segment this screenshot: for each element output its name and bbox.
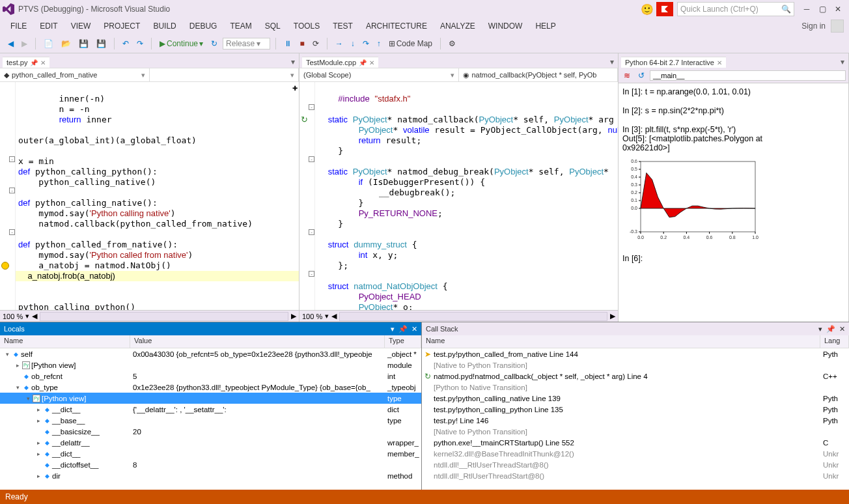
menu-team[interactable]: TEAM — [225, 20, 257, 32]
tab-dropdown-icon[interactable]: ▾ — [606, 56, 618, 68]
menu-test[interactable]: TEST — [327, 20, 358, 32]
close-icon[interactable]: ✕ — [839, 325, 845, 333]
nav-scope-left[interactable]: ◆ python_called_from_native▾ — [0, 68, 150, 81]
zoom-level[interactable]: 100 % — [302, 313, 322, 320]
callstack-row[interactable]: ntdll.dll!__RtlUserThreadStart@8()Unkr — [422, 459, 849, 470]
col-value[interactable]: Value — [130, 335, 385, 348]
callstack-row[interactable]: ➤test.py!python_called_from_native Line … — [422, 348, 849, 359]
avatar[interactable] — [831, 20, 844, 33]
tab-interactive[interactable]: Python 64-bit 2.7 Interactive ✕ — [621, 57, 726, 68]
locals-grid[interactable]: ▾◆self0x00a43030 {ob_refcnt=5 ob_type=0x… — [0, 348, 421, 490]
callstack-row[interactable]: [Python to Native Transition] — [422, 382, 849, 393]
undo-button[interactable]: ↶ — [120, 38, 132, 49]
hscrollbar[interactable] — [40, 312, 288, 321]
step-into-button[interactable]: ↓ — [348, 38, 357, 49]
step-over-button[interactable]: ↷ — [360, 38, 372, 49]
pin-icon[interactable]: 📌 — [398, 325, 408, 333]
clear-icon[interactable]: ↺ — [635, 70, 647, 81]
dropdown-icon[interactable]: ▾ — [391, 325, 395, 333]
nav-back-button[interactable]: ◀ — [5, 38, 16, 49]
locals-row[interactable]: ▸◆__base__type — [0, 415, 421, 426]
locals-row[interactable]: ▸◆__dict__{'__delattr__': , '__setattr__… — [0, 404, 421, 415]
pin-icon[interactable]: 📌 — [359, 59, 367, 66]
close-icon[interactable]: ✕ — [411, 325, 417, 333]
signin-link[interactable]: Sign in — [801, 21, 826, 31]
tab-dropdown-icon[interactable]: ▾ — [287, 56, 299, 68]
close-button[interactable]: ✕ — [833, 5, 842, 14]
locals-row[interactable]: ◆ob_refcnt5int — [0, 371, 421, 382]
callstack-row[interactable]: ↻natmod.pyd!natmod_callback(_object * se… — [422, 371, 849, 382]
minimize-button[interactable]: ─ — [802, 5, 811, 14]
menu-project[interactable]: PROJECT — [98, 20, 145, 32]
locals-header[interactable]: Locals ▾ 📌 ✕ — [0, 322, 421, 335]
locals-row[interactable]: ▸◆dirmethod — [0, 470, 421, 481]
scroll-left-icon[interactable]: ◀ — [32, 312, 37, 320]
callstack-row[interactable]: [Native to Python Transition] — [422, 426, 849, 437]
new-project-button[interactable]: 📄 — [41, 38, 56, 49]
pin-icon[interactable]: 📌 — [30, 59, 38, 66]
callstack-row[interactable]: test.py!python_calling_python Line 135Py… — [422, 404, 849, 415]
menu-tools[interactable]: TOOLS — [288, 20, 325, 32]
step-out-button[interactable]: ↑ — [374, 38, 383, 49]
menu-help[interactable]: HELP — [530, 20, 561, 32]
col-name[interactable]: Name — [422, 335, 820, 348]
callstack-grid[interactable]: ➤test.py!python_called_from_native Line … — [422, 348, 849, 490]
menu-edit[interactable]: EDIT — [35, 20, 63, 32]
codemap-button[interactable]: ⊞ Code Map — [386, 38, 435, 49]
callstack-row[interactable]: kernel32.dll!@BaseThreadInitThunk@12()Un… — [422, 448, 849, 459]
open-button[interactable]: 📂 — [59, 38, 74, 49]
close-icon[interactable]: ✕ — [717, 59, 722, 66]
locals-row[interactable]: ▸Py[Python view]module — [0, 359, 421, 371]
locals-row[interactable]: ◆__dictoffset__8 — [0, 459, 421, 470]
locals-row[interactable]: ▾◆self0x00a43030 {ob_refcnt=5 ob_type=0x… — [0, 348, 421, 359]
hscrollbar[interactable] — [339, 312, 607, 321]
config-combo[interactable]: Release ▾ — [223, 38, 270, 49]
more-button[interactable]: ⚙ — [446, 38, 458, 49]
code-editor-left[interactable]: ✚ inner(-n) n = -n return inner outer(a_… — [0, 82, 299, 310]
refresh-button[interactable]: ⟳ — [310, 38, 322, 49]
menu-sql[interactable]: SQL — [260, 20, 286, 32]
continue-button[interactable]: ▶ Continue ▾ — [157, 38, 206, 49]
locals-row[interactable]: ▾◆ob_type0x1e23ee28 {python33.dll!_typeo… — [0, 382, 421, 393]
menu-debug[interactable]: DEBUG — [184, 20, 223, 32]
redo-button[interactable]: ↷ — [134, 38, 146, 49]
break-all-button[interactable]: ⏸ — [281, 38, 294, 49]
menu-window[interactable]: WINDOW — [483, 20, 528, 32]
maximize-button[interactable]: ▢ — [818, 5, 827, 14]
scroll-right-icon[interactable]: ▶ — [610, 312, 615, 320]
callstack-row[interactable]: [Native to Python Transition] — [422, 359, 849, 371]
close-icon[interactable]: ✕ — [369, 59, 374, 66]
callstack-row[interactable]: python.exe!__tmainCRTStartup() Line 552C — [422, 437, 849, 448]
save-all-button[interactable]: 💾 — [94, 38, 109, 49]
menu-architecture[interactable]: ARCHITECTURE — [361, 20, 432, 32]
locals-row[interactable]: ▸◆__dict__member_ — [0, 448, 421, 459]
feedback-smile-icon[interactable]: 🙂 — [641, 3, 654, 16]
zoom-level[interactable]: 100 % — [3, 313, 23, 320]
col-name[interactable]: Name — [0, 335, 130, 348]
col-lang[interactable]: Lang — [820, 335, 849, 348]
scope-combo[interactable]: __main__ — [650, 70, 846, 81]
reset-icon[interactable]: ≋ — [621, 70, 633, 81]
callstack-row[interactable]: ntdll.dll!_RtlUserThreadStart@8()Unkr — [422, 470, 849, 481]
callstack-header[interactable]: Call Stack ▾ 📌 ✕ — [422, 322, 849, 335]
quick-launch-input[interactable]: Quick Launch (Ctrl+Q) 🔍 — [677, 2, 794, 16]
tab-dropdown-icon[interactable]: ▾ — [837, 56, 848, 68]
menu-build[interactable]: BUILD — [148, 20, 181, 32]
pin-icon[interactable]: 📌 — [826, 325, 835, 333]
locals-row[interactable]: ◆__basicsize__20 — [0, 426, 421, 437]
callstack-row[interactable]: test.py! Line 146Pyth — [422, 415, 849, 426]
menu-view[interactable]: VIEW — [66, 20, 96, 32]
dropdown-icon[interactable]: ▾ — [818, 325, 822, 333]
nav-member-mid[interactable]: ◉ natmod_callback(PyObject * self, PyOb — [459, 68, 619, 81]
feedback-flag-button[interactable] — [656, 2, 673, 16]
locals-row[interactable]: ▸◆__delattr__wrapper_ — [0, 437, 421, 448]
show-next-stmt-button[interactable]: → — [333, 38, 346, 49]
callstack-row[interactable]: test.py!python_calling_native Line 139Py… — [422, 393, 849, 404]
scroll-right-icon[interactable]: ▶ — [291, 312, 296, 320]
nav-fwd-button[interactable]: ▶ — [19, 38, 30, 49]
locals-row[interactable]: ▾Py[Python view]type — [0, 393, 421, 404]
tab-testmodule-cpp[interactable]: TestModule.cpp 📌 ✕ — [302, 57, 378, 68]
menu-file[interactable]: FILE — [5, 20, 32, 32]
scroll-left-icon[interactable]: ◀ — [331, 312, 337, 320]
close-icon[interactable]: ✕ — [40, 59, 46, 66]
